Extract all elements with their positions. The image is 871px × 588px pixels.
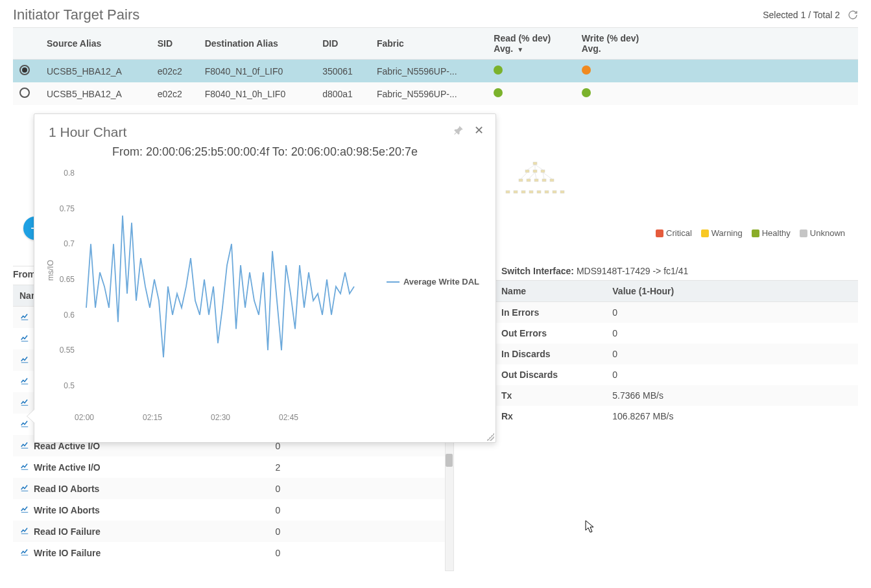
page-title: Initiator Target Pairs (13, 6, 139, 23)
initiator-target-table: Source Alias SID Destination Alias DID F… (13, 27, 858, 105)
row-radio[interactable] (19, 88, 30, 98)
svg-rect-5 (527, 179, 531, 182)
svg-rect-2 (533, 170, 537, 172)
col-dest-alias[interactable]: Destination Alias (198, 28, 316, 60)
popup-title: 1 Hour Chart (49, 124, 481, 140)
chart-icon[interactable] (19, 397, 30, 408)
metric-row: In Errors0 (470, 302, 858, 323)
y-tick: 0.5 (49, 381, 75, 390)
x-tick: 02:45 (279, 413, 298, 422)
svg-rect-7 (542, 179, 546, 182)
metric-row: Rx106.8267 MB/s (470, 406, 858, 427)
col-fabric[interactable]: Fabric (370, 28, 487, 60)
refresh-icon[interactable] (848, 10, 858, 20)
x-tick: 02:00 (75, 413, 94, 422)
col-did[interactable]: DID (316, 28, 370, 60)
write-status-dot (582, 88, 591, 97)
metric-row[interactable]: Write Active I/O2 (13, 456, 454, 478)
chart-popup: 1 Hour Chart ✕ From: 20:00:06:25:b5:00:0… (34, 113, 496, 443)
svg-rect-14 (545, 191, 549, 193)
svg-rect-9 (506, 191, 510, 193)
col-sid[interactable]: SID (151, 28, 198, 60)
svg-rect-4 (519, 179, 523, 182)
svg-line-21 (529, 172, 535, 179)
y-tick: 0.75 (49, 204, 75, 213)
metric-row: Tx5.7366 MB/s (470, 385, 858, 406)
switch-interface-label: Switch Interface: (501, 266, 574, 276)
switch-interface-value: MDS9148T-17429 -> fc1/41 (577, 266, 688, 276)
mouse-cursor (585, 520, 594, 533)
svg-rect-11 (521, 191, 525, 193)
col-metric-value[interactable]: Value (1-Hour) (606, 281, 858, 302)
metric-row[interactable]: Write IO Aborts0 (13, 499, 454, 521)
y-tick: 0.6 (49, 311, 75, 320)
popup-subtitle: From: 20:00:06:25:b5:00:00:4f To: 20:06:… (49, 145, 481, 159)
line-chart[interactable]: ms/IO 0.50.550.60.650.70.750.8 02:0002:1… (49, 167, 477, 426)
svg-rect-0 (533, 162, 537, 165)
chart-icon[interactable] (19, 526, 30, 537)
resize-handle[interactable] (486, 433, 494, 441)
svg-rect-3 (541, 170, 545, 172)
metric-row[interactable]: Read IO Aborts0 (13, 478, 454, 499)
topology-thumbnail[interactable] (499, 161, 571, 200)
svg-rect-12 (529, 191, 533, 193)
svg-rect-8 (550, 179, 554, 182)
svg-rect-16 (560, 191, 564, 193)
chart-icon[interactable] (19, 483, 30, 494)
switch-metrics-table: Name Value (1-Hour) In Errors0Out Errors… (470, 280, 858, 427)
chart-icon[interactable] (19, 462, 30, 473)
svg-line-20 (521, 172, 527, 179)
chart-icon[interactable] (19, 547, 30, 558)
svg-line-19 (535, 165, 543, 170)
col-write[interactable]: Write (% dev)Avg. (575, 28, 663, 60)
metric-row: Out Discards0 (470, 364, 858, 385)
col-source-alias[interactable]: Source Alias (40, 28, 151, 60)
metric-row[interactable]: Read IO Failure0 (13, 521, 454, 542)
chart-icon[interactable] (19, 355, 30, 366)
y-tick: 0.7 (49, 239, 75, 248)
write-status-dot (582, 65, 591, 75)
svg-rect-10 (514, 191, 518, 193)
svg-line-24 (543, 172, 552, 179)
table-row[interactable]: UCSB5_HBA12_A e02c2 F8040_N1_0h_LIF0 d80… (13, 82, 858, 105)
table-row[interactable]: UCSB5_HBA12_A e02c2 F8040_N1_0f_LIF0 350… (13, 60, 858, 83)
scroll-thumb[interactable] (446, 454, 453, 467)
pin-icon[interactable] (453, 124, 464, 136)
svg-rect-6 (534, 179, 538, 182)
svg-line-22 (535, 172, 536, 179)
chart-icon[interactable] (19, 333, 30, 344)
y-tick: 0.65 (49, 275, 75, 284)
metric-row: In Discards0 (470, 344, 858, 364)
close-icon[interactable]: ✕ (474, 123, 484, 137)
chart-icon[interactable] (19, 312, 30, 323)
x-tick: 02:15 (143, 413, 162, 422)
svg-rect-15 (553, 191, 556, 193)
y-tick: 0.8 (49, 169, 75, 178)
svg-line-17 (527, 165, 535, 170)
col-read[interactable]: Read (% dev)Avg.▼ (487, 28, 575, 60)
x-tick: 02:30 (211, 413, 230, 422)
read-status-dot (494, 88, 503, 97)
chart-icon[interactable] (19, 376, 30, 387)
svg-rect-1 (525, 170, 529, 172)
y-tick: 0.55 (49, 346, 75, 355)
svg-rect-13 (537, 191, 541, 193)
series-legend: Average Write DAL (387, 277, 479, 287)
row-radio[interactable] (19, 65, 30, 75)
read-status-dot (494, 65, 503, 75)
chart-icon[interactable] (19, 504, 30, 515)
selection-count: Selected 1 / Total 2 (763, 10, 840, 20)
chart-icon[interactable] (19, 440, 30, 451)
metric-row: Out Errors0 (470, 323, 858, 344)
metric-row[interactable]: Write IO Failure0 (13, 542, 454, 563)
status-legend: Critical Warning Healthy Unknown (656, 228, 845, 238)
